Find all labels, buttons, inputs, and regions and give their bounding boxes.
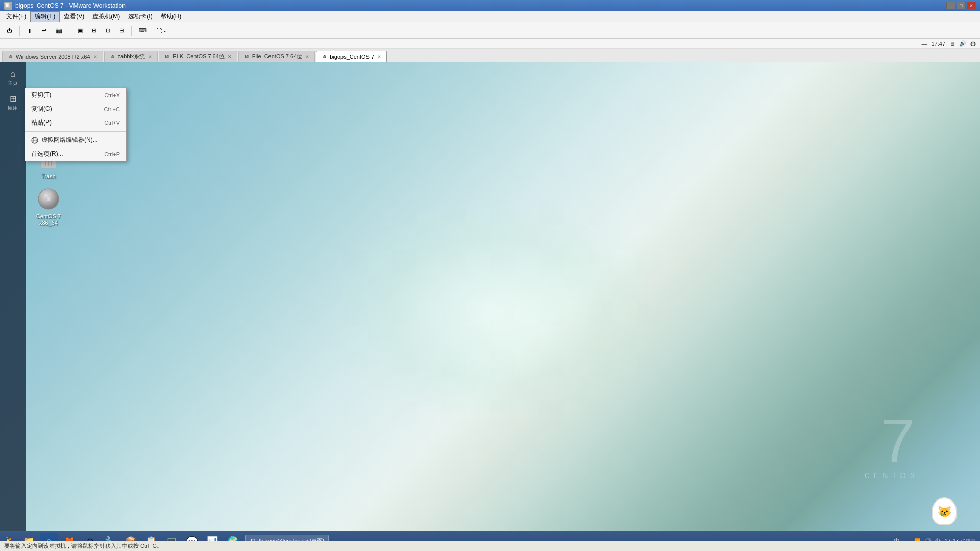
menu-cut[interactable]: 剪切(T) Ctrl+X <box>25 88 126 102</box>
tab-icon-file: 🖥 <box>244 54 249 59</box>
sidebar-apps[interactable]: ⊞ 应用 <box>1 91 24 115</box>
top-dash[interactable]: — <box>921 41 927 47</box>
maximize-button[interactable]: □ <box>957 2 966 10</box>
mascot-body: 😿 <box>932 497 957 525</box>
menu-tab[interactable]: 选项卡(I) <box>124 11 156 22</box>
tab-icon-elk: 🖥 <box>164 54 169 59</box>
tab-win2008[interactable]: 🖥 Windows Server 2008 R2 x64 ✕ <box>2 51 103 62</box>
home-icon: ⌂ <box>2 69 23 79</box>
menu-view[interactable]: 查看(V) <box>60 11 88 22</box>
tab-icon-win2008: 🖥 <box>8 54 13 59</box>
view-btn-1[interactable]: ▣ <box>74 25 86 36</box>
tab-zabbix[interactable]: 🖥 zabbix系统 ✕ <box>104 51 158 62</box>
close-button[interactable]: ✕ <box>967 2 976 10</box>
toolbar-separator-2 <box>70 26 70 36</box>
sidebar-home[interactable]: ⌂ 主页 <box>1 66 24 90</box>
edit-dropdown-menu: 剪切(T) Ctrl+X 复制(C) Ctrl+C 粘贴(P) Ctrl+V <box>24 88 127 161</box>
sidebar-home-label: 主页 <box>8 80 18 86</box>
send-keys-button[interactable]: ⌨ <box>135 25 151 36</box>
view-btn-2[interactable]: ⊞ <box>88 25 100 36</box>
window-controls: — □ ✕ <box>946 2 976 10</box>
title-bar: ▣ bigops_CentOS 7 - VMware Workstation —… <box>0 0 980 11</box>
cut-item-left: 剪切(T) <box>31 91 51 99</box>
dvd-icon-label: CentOS 7 x86_64 <box>28 213 69 227</box>
mascot: 😿 <box>929 490 960 525</box>
vmware-window: ▣ bigops_CentOS 7 - VMware Workstation —… <box>0 0 980 551</box>
tab-close-elk[interactable]: ✕ <box>228 54 232 59</box>
copy-item-left: 复制(C) <box>31 105 52 113</box>
apps-icon: ⊞ <box>2 94 23 104</box>
menu-help[interactable]: 帮助(H) <box>157 11 186 22</box>
tab-label-elk: ELK_CentOS 7 64位 <box>173 53 225 60</box>
menu-paste[interactable]: 粘贴(P) Ctrl+V <box>25 116 126 130</box>
menu-vnet-editor[interactable]: 虚拟网络编辑器(N)... <box>25 133 126 147</box>
menu-file[interactable]: 文件(F) <box>2 11 30 22</box>
cut-shortcut: Ctrl+X <box>104 92 120 98</box>
status-message: 要将输入定向到该虚拟机，请将鼠标指针移入其中或按 Ctrl+G。 <box>4 542 162 550</box>
dvd-icon <box>36 187 61 211</box>
window-title: bigops_CentOS 7 - VMware Workstation <box>15 2 946 9</box>
vnet-item-left: 虚拟网络编辑器(N)... <box>31 136 98 144</box>
menu-edit[interactable]: 编辑(E) <box>30 11 60 22</box>
sidebar-apps-label: 应用 <box>8 105 18 111</box>
power-button[interactable]: ⏻ <box>3 26 16 36</box>
view-btn-4[interactable]: ⊟ <box>116 25 128 36</box>
top-screen[interactable]: 🖥 <box>949 41 955 47</box>
toolbar: ⏻ ⏸ ↩ 📷 ▣ ⊞ ⊡ ⊟ ⌨ ⛶ ▾ <box>0 22 980 39</box>
desktop-background <box>0 62 980 551</box>
menu-preferences[interactable]: 首选项(R)... Ctrl+P <box>25 147 126 161</box>
vnet-icon <box>31 137 38 144</box>
menu-copy[interactable]: 复制(C) Ctrl+C <box>25 102 126 116</box>
tab-bigops[interactable]: 🖥 bigops_CentOS 7 ✕ <box>316 51 387 62</box>
tab-icon-bigops: 🖥 <box>322 54 327 59</box>
copy-shortcut: Ctrl+C <box>104 106 120 112</box>
minimize-button[interactable]: — <box>946 2 955 10</box>
vm-display[interactable]: ⌂ 主页 ⊞ 应用 home <box>0 62 980 551</box>
tab-file[interactable]: 🖥 File_CentOS 7 64位 ✕ <box>238 51 315 62</box>
tab-icon-zabbix: 🖥 <box>110 54 115 59</box>
revert-button[interactable]: ↩ <box>38 25 50 36</box>
fullscreen-button[interactable]: ⛶ ▾ <box>153 26 170 36</box>
vnet-label: 虚拟网络编辑器(N)... <box>41 136 98 144</box>
paste-label: 粘贴(P) <box>31 118 52 127</box>
tab-elk[interactable]: 🖥 ELK_CentOS 7 64位 ✕ <box>159 51 237 62</box>
tab-close-zabbix[interactable]: ✕ <box>148 54 152 59</box>
tab-label-win2008: Windows Server 2008 R2 x64 <box>16 54 90 60</box>
top-time: 17:47 <box>931 41 945 47</box>
cut-label: 剪切(T) <box>31 91 51 99</box>
trash-icon-label: Trash <box>41 173 56 180</box>
tab-label-file: File_CentOS 7 64位 <box>252 53 302 60</box>
paste-item-left: 粘贴(P) <box>31 118 52 127</box>
top-volume[interactable]: 🔊 <box>959 40 966 47</box>
tab-close-file[interactable]: ✕ <box>305 54 309 59</box>
menu-vm[interactable]: 虚拟机(M) <box>88 11 124 22</box>
menu-separator-1 <box>25 131 126 132</box>
paste-shortcut: Ctrl+V <box>104 120 120 126</box>
pause-button[interactable]: ⏸ <box>23 26 36 36</box>
snapshot-button[interactable]: 📷 <box>52 25 66 36</box>
toolbar-separator-1 <box>19 26 20 36</box>
mascot-face: 😿 <box>938 505 951 518</box>
vm-top-status: — 17:47 🖥 🔊 ⏻ <box>0 39 980 49</box>
toolbar-separator-3 <box>131 26 132 36</box>
svg-point-10 <box>46 197 51 201</box>
top-power[interactable]: ⏻ <box>970 41 976 47</box>
menu-bar: 文件(F) 编辑(E) 查看(V) 虚拟机(M) 选项卡(I) 帮助(H) <box>0 11 980 22</box>
prefs-item-left: 首选项(R)... <box>31 149 63 158</box>
prefs-shortcut: Ctrl+P <box>104 151 120 157</box>
tab-close-bigops[interactable]: ✕ <box>377 54 381 59</box>
tabs-bar: 🖥 Windows Server 2008 R2 x64 ✕ 🖥 zabbix系… <box>0 49 980 62</box>
tab-label-bigops: bigops_CentOS 7 <box>330 54 374 60</box>
tab-close-win2008[interactable]: ✕ <box>93 54 97 59</box>
app-icon: ▣ <box>4 2 12 10</box>
copy-label: 复制(C) <box>31 105 52 113</box>
gnome-sidebar: ⌂ 主页 ⊞ 应用 <box>0 62 26 551</box>
tab-label-zabbix: zabbix系统 <box>118 53 145 60</box>
desktop-icon-dvd[interactable]: CentOS 7 x86_64 <box>28 187 69 227</box>
view-btn-3[interactable]: ⊡ <box>102 25 114 36</box>
vm-status-bar: 要将输入定向到该虚拟机，请将鼠标指针移入其中或按 Ctrl+G。 <box>0 541 980 551</box>
prefs-label: 首选项(R)... <box>31 149 63 158</box>
